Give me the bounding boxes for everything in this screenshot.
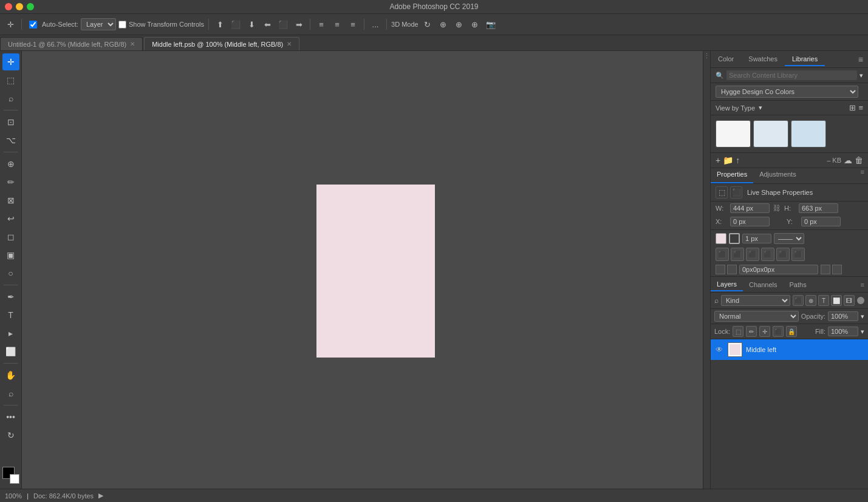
auto-select-checkbox[interactable]: [29, 21, 37, 29]
brush-tool[interactable]: ✏: [2, 174, 19, 191]
tab-channels[interactable]: Channels: [743, 279, 783, 291]
rotate-view[interactable]: ↻: [2, 427, 19, 444]
warp-btn[interactable]: ⬛: [791, 248, 805, 261]
tab-swatches[interactable]: Swatches: [741, 53, 785, 66]
crop-tool[interactable]: ⊡: [2, 114, 19, 131]
lasso-tool[interactable]: ⌕: [2, 90, 19, 107]
minimize-button[interactable]: [16, 3, 23, 10]
3d-dolly-btn[interactable]: ⊕: [468, 18, 482, 31]
tab-middle-left-close[interactable]: ✕: [287, 41, 292, 47]
stroke-width-input[interactable]: [742, 234, 771, 243]
background-color[interactable]: [10, 474, 19, 484]
opacity-dropdown-icon[interactable]: ▾: [861, 313, 864, 321]
swatch-1[interactable]: [716, 120, 751, 148]
radius-input[interactable]: [739, 265, 818, 274]
search-input[interactable]: [726, 70, 857, 80]
grid-view-btn[interactable]: ⊞: [849, 103, 856, 112]
select-tool[interactable]: ⬚: [2, 72, 19, 89]
filter-smart-btn[interactable]: 🎞: [844, 295, 855, 306]
tab-properties[interactable]: Properties: [711, 168, 753, 183]
tab-middle-left[interactable]: Middle left.psb @ 100% (Middle left, RGB…: [144, 37, 299, 50]
pixel-layer-icon[interactable]: ⬛: [730, 186, 742, 198]
fill-color-swatch[interactable]: [716, 233, 726, 244]
extra-tools[interactable]: •••: [2, 409, 19, 426]
align-top-btn[interactable]: ⬆: [213, 18, 227, 31]
shape-tool[interactable]: ⬜: [2, 343, 19, 360]
filter-toggle[interactable]: [857, 297, 864, 304]
tab-untitled-close[interactable]: ✕: [130, 41, 135, 47]
swatch-3[interactable]: [791, 120, 826, 148]
list-view-btn[interactable]: ≡: [858, 103, 863, 112]
status-arrow[interactable]: ▶: [98, 492, 103, 500]
fill-dropdown-icon[interactable]: ▾: [861, 328, 864, 336]
lib-name-select[interactable]: Hygge Design Co Colors: [716, 86, 858, 98]
3d-camera-btn[interactable]: 📷: [484, 18, 497, 31]
zoom-tool[interactable]: ⌕: [2, 385, 19, 402]
distribute-top-btn[interactable]: ≡: [315, 18, 328, 31]
link-wh-icon[interactable]: ⛓: [773, 204, 781, 212]
filter-select[interactable]: Kind: [721, 295, 790, 306]
stroke-style-select[interactable]: ———: [774, 233, 804, 244]
corner-tr[interactable]: [727, 265, 737, 274]
3d-zoom-btn[interactable]: ⊕: [453, 18, 466, 31]
layers-menu-btn[interactable]: ≡: [857, 281, 868, 288]
filter-type-btn[interactable]: T: [818, 295, 829, 306]
lock-transparent-btn[interactable]: ⬚: [733, 326, 743, 337]
gradient-tool[interactable]: ▣: [2, 246, 19, 263]
align-path-right[interactable]: ⬛: [746, 248, 759, 261]
maximize-button[interactable]: [27, 3, 34, 10]
lock-position-btn[interactable]: ✛: [759, 326, 770, 337]
width-input[interactable]: [730, 203, 770, 213]
layer-select[interactable]: Layer: [81, 18, 116, 30]
align-path-top[interactable]: ⬛: [761, 248, 774, 261]
align-path-left[interactable]: ⬛: [716, 248, 729, 261]
y-input[interactable]: [801, 217, 841, 226]
lock-pixels-btn[interactable]: ✏: [746, 326, 757, 337]
layer-visibility-eye[interactable]: 👁: [714, 345, 724, 354]
align-path-center[interactable]: ⬛: [731, 248, 744, 261]
filter-pixel-btn[interactable]: ⬛: [793, 295, 804, 306]
tab-adjustments[interactable]: Adjustments: [753, 168, 802, 183]
close-button[interactable]: [5, 3, 12, 10]
spot-heal-tool[interactable]: ⊕: [2, 155, 19, 172]
panel-menu-btn[interactable]: ≡: [853, 55, 868, 64]
distribute-center-btn[interactable]: ≡: [330, 18, 344, 31]
vector-mask-icon[interactable]: ⬚: [716, 186, 728, 198]
pen-tool[interactable]: ✒: [2, 288, 19, 305]
collapse-icon[interactable]: ⋮: [703, 52, 710, 60]
new-folder-btn[interactable]: 📁: [723, 155, 733, 165]
move-tool[interactable]: ✛: [2, 53, 19, 70]
path-select-tool[interactable]: ▸: [2, 325, 19, 342]
history-brush-tool[interactable]: ↩: [2, 210, 19, 227]
align-center-v-btn[interactable]: ⬛: [276, 18, 290, 31]
filter-adj-btn[interactable]: ⊕: [805, 295, 816, 306]
show-transform-checkbox[interactable]: [118, 21, 126, 29]
corner-bl[interactable]: [821, 265, 830, 274]
sync-btn[interactable]: ↑: [736, 155, 740, 165]
fill-input[interactable]: [828, 327, 858, 336]
tab-paths[interactable]: Paths: [784, 279, 813, 291]
3d-pan-btn[interactable]: ⊕: [437, 18, 450, 31]
cloud-btn[interactable]: ☁: [844, 155, 852, 165]
align-left-btn[interactable]: ⬅: [261, 18, 274, 31]
align-path-mid[interactable]: ⬛: [776, 248, 790, 261]
align-bottom-btn[interactable]: ⬇: [245, 18, 258, 31]
corner-br[interactable]: [832, 265, 842, 274]
layer-item-middle-left[interactable]: 👁 Middle left: [711, 339, 868, 360]
eraser-tool[interactable]: ◻: [2, 228, 19, 245]
delete-btn[interactable]: 🗑: [855, 155, 863, 165]
distribute-bottom-btn[interactable]: ≡: [346, 18, 360, 31]
swatch-2[interactable]: [753, 120, 788, 148]
lock-all-btn[interactable]: 🔒: [786, 326, 797, 337]
hand-tool[interactable]: ✋: [2, 367, 19, 384]
dodge-tool[interactable]: ○: [2, 265, 19, 282]
x-input[interactable]: [730, 217, 770, 226]
corner-tl[interactable]: [716, 265, 725, 274]
stroke-color-swatch[interactable]: [729, 233, 740, 244]
align-right-btn[interactable]: ➡: [292, 18, 306, 31]
props-menu-btn[interactable]: ≡: [857, 168, 868, 183]
opacity-input[interactable]: [828, 311, 858, 321]
tab-layers[interactable]: Layers: [711, 278, 743, 291]
align-center-h-btn[interactable]: ⬛: [229, 18, 242, 31]
type-tool[interactable]: T: [2, 307, 19, 324]
